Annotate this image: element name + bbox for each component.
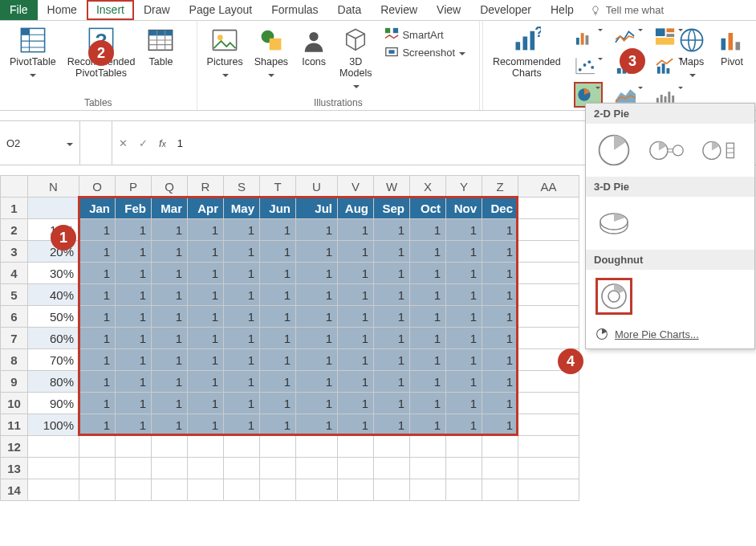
- row-header[interactable]: 2: [1, 219, 28, 241]
- cell[interactable]: Jan: [79, 198, 116, 219]
- col-header[interactable]: X: [410, 176, 446, 198]
- cell[interactable]: [518, 263, 579, 284]
- cell[interactable]: 1: [482, 284, 518, 306]
- cell[interactable]: 1: [79, 263, 116, 284]
- cell[interactable]: 1: [374, 284, 410, 306]
- cell[interactable]: 1: [446, 328, 482, 349]
- shapes-button[interactable]: Shapes: [251, 24, 291, 82]
- enter-icon[interactable]: ✓: [139, 137, 148, 149]
- cell[interactable]: [224, 479, 260, 501]
- cell[interactable]: 1: [446, 263, 482, 284]
- cell[interactable]: 1: [224, 371, 260, 393]
- cell[interactable]: 1: [446, 349, 482, 371]
- cell[interactable]: 1: [338, 284, 374, 306]
- doughnut-option[interactable]: [595, 278, 632, 315]
- cell[interactable]: 1: [338, 371, 374, 393]
- cell[interactable]: 1: [79, 219, 116, 241]
- cell[interactable]: [518, 198, 579, 219]
- tab-formulas[interactable]: Formulas: [262, 0, 327, 20]
- cell[interactable]: 1: [260, 284, 296, 306]
- cell[interactable]: 1: [188, 414, 224, 436]
- insert-column-chart-button[interactable]: [574, 24, 603, 50]
- cell[interactable]: [410, 436, 446, 458]
- cell[interactable]: 60%: [28, 328, 79, 349]
- cell[interactable]: 1: [188, 393, 224, 414]
- cell[interactable]: [116, 436, 152, 458]
- cell[interactable]: [518, 219, 579, 241]
- pictures-button[interactable]: Pictures: [204, 24, 246, 82]
- row-header[interactable]: 9: [1, 371, 28, 393]
- row-header[interactable]: 14: [1, 479, 28, 501]
- row-header[interactable]: 1: [1, 198, 28, 219]
- cell[interactable]: [224, 458, 260, 479]
- cell[interactable]: 1: [374, 414, 410, 436]
- cell[interactable]: [188, 458, 224, 479]
- cell[interactable]: [518, 393, 579, 414]
- tab-developer[interactable]: Developer: [470, 0, 541, 20]
- cell[interactable]: [152, 479, 188, 501]
- cell[interactable]: 1: [482, 328, 518, 349]
- cell[interactable]: 1: [79, 306, 116, 328]
- pie-of-pie-option[interactable]: [648, 132, 685, 169]
- cell[interactable]: 50%: [28, 306, 79, 328]
- cell[interactable]: 1: [152, 371, 188, 393]
- cancel-icon[interactable]: ✕: [119, 137, 128, 149]
- cell[interactable]: 1: [374, 349, 410, 371]
- cell[interactable]: 1: [338, 306, 374, 328]
- cell[interactable]: 1: [116, 414, 152, 436]
- cell[interactable]: 1: [482, 219, 518, 241]
- cell[interactable]: [224, 436, 260, 458]
- row-header[interactable]: 13: [1, 458, 28, 479]
- cell[interactable]: [518, 414, 579, 436]
- cell[interactable]: 1: [260, 219, 296, 241]
- select-all-cell[interactable]: [1, 176, 28, 198]
- fx-icon[interactable]: fx: [159, 137, 166, 149]
- cell[interactable]: 1: [296, 284, 338, 306]
- cell[interactable]: 1: [79, 371, 116, 393]
- cell[interactable]: 1: [410, 284, 446, 306]
- cell[interactable]: 1: [188, 328, 224, 349]
- cell[interactable]: 1: [296, 414, 338, 436]
- cell[interactable]: [374, 479, 410, 501]
- cell[interactable]: 1: [79, 241, 116, 263]
- cell[interactable]: 1: [296, 241, 338, 263]
- cell[interactable]: 1: [116, 263, 152, 284]
- cell[interactable]: 1: [410, 263, 446, 284]
- cell[interactable]: 70%: [28, 349, 79, 371]
- cell[interactable]: [260, 479, 296, 501]
- tab-insert[interactable]: Insert: [87, 0, 134, 20]
- cell[interactable]: 1: [152, 414, 188, 436]
- cell[interactable]: 1: [152, 284, 188, 306]
- cell[interactable]: 1: [410, 414, 446, 436]
- insert-line-chart-button[interactable]: [614, 24, 643, 50]
- cell[interactable]: Feb: [116, 198, 152, 219]
- cell[interactable]: 1: [224, 284, 260, 306]
- cell[interactable]: [188, 479, 224, 501]
- cell[interactable]: 100%: [28, 414, 79, 436]
- row-header[interactable]: 5: [1, 284, 28, 306]
- tab-help[interactable]: Help: [541, 0, 583, 20]
- cell[interactable]: 1: [374, 241, 410, 263]
- cell[interactable]: 1: [296, 393, 338, 414]
- pie-3d-option[interactable]: [595, 205, 632, 242]
- cell[interactable]: 1: [374, 393, 410, 414]
- cell[interactable]: 1: [224, 393, 260, 414]
- cell[interactable]: 1: [152, 306, 188, 328]
- cell[interactable]: 1: [482, 414, 518, 436]
- cell[interactable]: 1: [116, 241, 152, 263]
- cell[interactable]: [152, 458, 188, 479]
- cell[interactable]: Jul: [296, 198, 338, 219]
- cell[interactable]: 40%: [28, 284, 79, 306]
- cell[interactable]: 90%: [28, 393, 79, 414]
- cell[interactable]: 1: [116, 219, 152, 241]
- tab-home[interactable]: Home: [38, 0, 87, 20]
- cell[interactable]: 1: [446, 241, 482, 263]
- row-header[interactable]: 11: [1, 414, 28, 436]
- cell[interactable]: [518, 328, 579, 349]
- cell[interactable]: [482, 458, 518, 479]
- cell[interactable]: Mar: [152, 198, 188, 219]
- tab-data[interactable]: Data: [328, 0, 372, 20]
- cell[interactable]: [482, 479, 518, 501]
- pivotchart-button[interactable]: Pivot: [714, 24, 750, 69]
- cell[interactable]: 1: [374, 306, 410, 328]
